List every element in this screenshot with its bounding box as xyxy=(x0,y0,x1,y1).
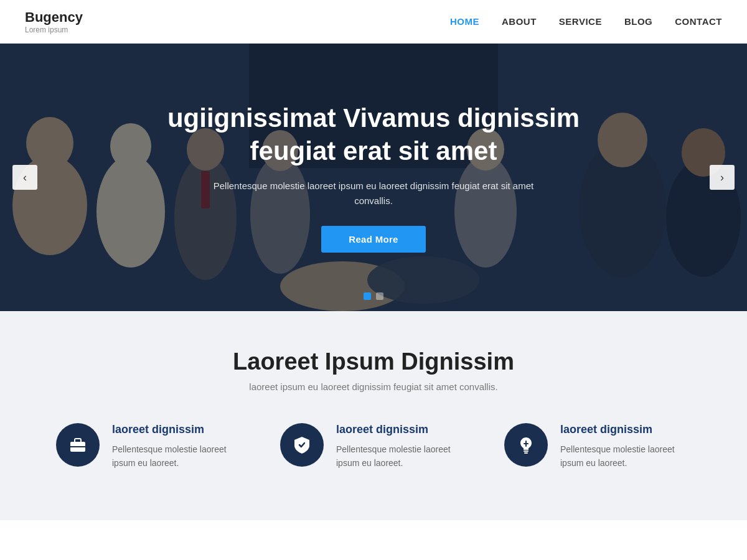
feature-body-3: Pellentesque molestie laoreet ipsum eu l… xyxy=(560,442,691,470)
features-heading: Laoreet Ipsum Dignissim laoreet ipsum eu… xyxy=(37,348,710,392)
hero-title: ugiignissimat Vivamus dignissim feugiat … xyxy=(125,102,622,167)
bulb-icon xyxy=(516,435,536,455)
features-title: Laoreet Ipsum Dignissim xyxy=(37,348,710,375)
hero-next-button[interactable]: › xyxy=(710,165,735,190)
shield-icon-wrap xyxy=(280,423,324,467)
feature-title-2: laoreet dignissim xyxy=(336,423,467,436)
shield-icon xyxy=(292,435,312,455)
feature-card-shield: laoreet dignissim Pellentesque molestie … xyxy=(261,423,486,470)
briefcase-icon xyxy=(68,435,88,455)
logo-title: Bugency xyxy=(25,9,83,26)
nav-item-contact[interactable]: CONTACT xyxy=(675,16,722,27)
briefcase-icon-wrap xyxy=(56,423,100,467)
features-subtitle: laoreet ipsum eu laoreet dignissim feugi… xyxy=(37,381,710,392)
feature-text-bulb: laoreet dignissim Pellentesque molestie … xyxy=(560,423,691,470)
site-header: Bugency Lorem ipsum HOME ABOUT SERVICE B… xyxy=(0,0,747,44)
main-nav: HOME ABOUT SERVICE BLOG CONTACT xyxy=(450,16,722,27)
chevron-left-icon: ‹ xyxy=(23,171,27,184)
hero-subtitle: Pellentesque molestie laoreet ipsum eu l… xyxy=(212,179,535,208)
svg-rect-22 xyxy=(524,450,529,452)
feature-card-briefcase: laoreet dignissim Pellentesque molestie … xyxy=(37,423,261,470)
read-more-button[interactable]: Read More xyxy=(321,226,425,253)
hero-dot-2[interactable] xyxy=(376,292,383,300)
nav-item-home[interactable]: HOME xyxy=(450,16,479,27)
feature-title-1: laoreet dignissim xyxy=(112,423,243,436)
logo-subtitle: Lorem ipsum xyxy=(25,26,83,34)
logo: Bugency Lorem ipsum xyxy=(25,9,83,34)
feature-text-shield: laoreet dignissim Pellentesque molestie … xyxy=(336,423,467,470)
nav-item-service[interactable]: SERVICE xyxy=(559,16,602,27)
feature-text-briefcase: laoreet dignissim Pellentesque molestie … xyxy=(112,423,243,470)
bulb-icon-wrap xyxy=(504,423,548,467)
feature-body-1: Pellentesque molestie laoreet ipsum eu l… xyxy=(112,442,243,470)
svg-rect-23 xyxy=(524,452,528,454)
hero-prev-button[interactable]: ‹ xyxy=(12,165,37,190)
chevron-right-icon: › xyxy=(720,171,724,184)
hero-section: ugiignissimat Vivamus dignissim feugiat … xyxy=(0,44,747,311)
hero-dot-1[interactable] xyxy=(364,292,371,300)
features-cards: laoreet dignissim Pellentesque molestie … xyxy=(37,423,710,470)
nav-item-blog[interactable]: BLOG xyxy=(624,16,652,27)
features-section: Laoreet Ipsum Dignissim laoreet ipsum eu… xyxy=(0,311,747,520)
hero-dots xyxy=(364,292,383,300)
feature-card-bulb: laoreet dignissim Pellentesque molestie … xyxy=(486,423,710,470)
feature-title-3: laoreet dignissim xyxy=(560,423,691,436)
feature-body-2: Pellentesque molestie laoreet ipsum eu l… xyxy=(336,442,467,470)
nav-item-about[interactable]: ABOUT xyxy=(502,16,537,27)
hero-content: ugiignissimat Vivamus dignissim feugiat … xyxy=(0,44,747,311)
